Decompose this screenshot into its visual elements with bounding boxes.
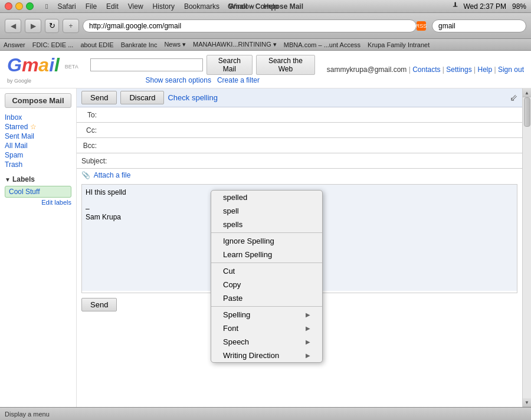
context-menu-spell[interactable]: spell xyxy=(211,204,322,218)
context-menu-font[interactable]: Font ▶ xyxy=(211,321,322,335)
close-button[interactable] xyxy=(5,2,12,10)
gmail-main: Compose Mail Inbox Starred ☆ Sent Mail A… xyxy=(0,88,531,407)
forward-button[interactable]: ▶ xyxy=(25,19,41,33)
sidebar-item-trash[interactable]: Trash xyxy=(5,160,22,169)
show-options-link[interactable]: Show search options xyxy=(146,76,211,84)
compose-mail-button[interactable]: Compose Mail xyxy=(5,93,71,108)
speech-submenu-arrow: ▶ xyxy=(306,339,310,345)
create-filter-link[interactable]: Create a filter xyxy=(217,76,260,84)
sidebar-item-all[interactable]: All Mail xyxy=(5,142,28,150)
signout-link[interactable]: Sign out xyxy=(498,65,524,74)
expand-icon[interactable]: ⇙ xyxy=(510,92,517,103)
scrollbar[interactable]: ▲ ▼ xyxy=(522,88,531,407)
context-menu-writing-direction[interactable]: Writing Direction ▶ xyxy=(211,349,322,362)
context-menu-spelling[interactable]: Spelling ▶ xyxy=(211,308,322,321)
attach-link[interactable]: Attach a file xyxy=(94,171,131,179)
bookmark-manahawki[interactable]: MANAHAWKI...RINTINING ▾ xyxy=(193,41,277,48)
compose-send-button[interactable]: Send xyxy=(81,91,117,104)
bookmark-answer[interactable]: Answer xyxy=(4,41,25,48)
subject-label: Subject: xyxy=(77,155,112,168)
by-google-label: by Google xyxy=(7,78,31,84)
settings-link[interactable]: Settings xyxy=(446,65,471,74)
browser-search-input[interactable] xyxy=(432,19,526,32)
scroll-down-button[interactable]: ▼ xyxy=(523,398,532,407)
bookmark-bankrate[interactable]: Bankrate Inc xyxy=(121,41,158,48)
sidebar-item-starred[interactable]: Starred ☆ xyxy=(5,123,37,131)
subject-input[interactable] xyxy=(112,154,522,168)
address-bar[interactable] xyxy=(83,19,417,32)
logo-m: m xyxy=(22,54,38,76)
wifi-icon: ┸ xyxy=(453,2,457,11)
context-menu-spelled[interactable]: spelled xyxy=(211,191,322,204)
compose-fields: To: Cc: Bcc: Subject: xyxy=(77,107,522,169)
bookmark-about-edie[interactable]: about EDIE xyxy=(80,41,113,48)
beta-label: BETA xyxy=(65,64,78,70)
star-icon: ☆ xyxy=(30,123,37,131)
sidebar-item-sent[interactable]: Sent Mail xyxy=(5,132,34,140)
context-menu-learn-spelling[interactable]: Learn Spelling xyxy=(211,248,322,261)
new-tab-button[interactable]: + xyxy=(63,19,79,33)
cc-input[interactable] xyxy=(100,123,522,137)
labels-box: Cool Stuff xyxy=(5,186,71,198)
gmail-header: Gmail BETA by Google Search Mail Search … xyxy=(0,51,531,88)
bookmark-fdic[interactable]: FDIC: EDIE ... xyxy=(32,41,74,48)
user-email: sammykrupa@gmail.com xyxy=(327,65,407,74)
scroll-thumb[interactable] xyxy=(524,97,530,127)
apple-menu[interactable]:  xyxy=(45,2,48,11)
app-menu[interactable]: Safari xyxy=(57,2,76,11)
context-menu-speech[interactable]: Speech ▶ xyxy=(211,335,322,349)
file-menu[interactable]: File xyxy=(86,2,97,11)
clock: Wed 2:37 PM xyxy=(463,2,506,11)
context-menu-copy[interactable]: Copy xyxy=(211,278,322,291)
window-title: Gmail – Compose Mail xyxy=(228,2,303,11)
context-menu-spells[interactable]: spells xyxy=(211,218,322,231)
cc-label: Cc: xyxy=(77,126,100,134)
view-menu[interactable]: View xyxy=(128,2,143,11)
labels-title: Labels xyxy=(12,175,35,183)
maximize-button[interactable] xyxy=(26,2,34,10)
search-mail-button[interactable]: Search Mail xyxy=(206,55,253,75)
history-menu[interactable]: History xyxy=(153,2,175,11)
battery: 98% xyxy=(512,2,526,11)
gmail-search-input[interactable] xyxy=(90,58,203,71)
bcc-label: Bcc: xyxy=(77,142,100,150)
bookmark-mbna[interactable]: MBNA.com – ...unt Access xyxy=(284,41,360,48)
bcc-input[interactable] xyxy=(100,139,522,153)
compose-discard-button[interactable]: Discard xyxy=(120,91,164,104)
attach-row: 📎 Attach a file xyxy=(77,169,522,182)
check-spelling-link[interactable]: Check spelling xyxy=(168,93,218,102)
label-cool-stuff[interactable]: Cool Stuff xyxy=(9,188,67,196)
compose-bottom-send-button[interactable]: Send xyxy=(81,298,117,311)
font-submenu-arrow: ▶ xyxy=(306,325,310,332)
bookmark-krupa[interactable]: Krupa Family Intranet xyxy=(368,41,430,48)
window-controls[interactable] xyxy=(5,2,34,10)
browser-toolbar: ◀ ▶ ↻ + RSS xyxy=(0,13,531,39)
minimize-button[interactable] xyxy=(15,2,23,10)
subject-field-row: Subject: xyxy=(77,153,522,169)
scroll-up-button[interactable]: ▲ xyxy=(523,88,532,97)
logo-a: a xyxy=(38,54,49,76)
scroll-track[interactable] xyxy=(523,97,531,398)
search-web-button[interactable]: Search the Web xyxy=(256,55,315,75)
edit-labels-link[interactable]: Edit labels xyxy=(5,199,71,206)
logo-i: i xyxy=(49,54,54,76)
reload-button[interactable]: ↻ xyxy=(45,19,59,33)
back-button[interactable]: ◀ xyxy=(5,19,21,33)
gmail-logo: Gmail BETA by Google xyxy=(7,54,78,84)
context-menu-paste[interactable]: Paste xyxy=(211,291,322,305)
contacts-link[interactable]: Contacts xyxy=(412,65,440,74)
labels-triangle-icon[interactable]: ▼ xyxy=(5,176,11,183)
bookmarks-menu[interactable]: Bookmarks xyxy=(184,2,219,11)
help-link[interactable]: Help xyxy=(477,65,492,74)
edit-menu[interactable]: Edit xyxy=(106,2,119,11)
sidebar-item-spam[interactable]: Spam xyxy=(5,151,23,159)
labels-header: ▼ Labels xyxy=(5,175,71,183)
context-menu-sep1 xyxy=(211,232,322,233)
context-menu-cut[interactable]: Cut xyxy=(211,264,322,278)
sidebar-item-inbox[interactable]: Inbox xyxy=(5,113,22,122)
bookmark-news[interactable]: News ▾ xyxy=(164,41,186,48)
logo-l: l xyxy=(54,54,60,76)
context-menu-ignore-spelling[interactable]: Ignore Spelling xyxy=(211,234,322,248)
to-field-row: To: xyxy=(77,107,522,123)
to-input[interactable] xyxy=(100,108,522,122)
